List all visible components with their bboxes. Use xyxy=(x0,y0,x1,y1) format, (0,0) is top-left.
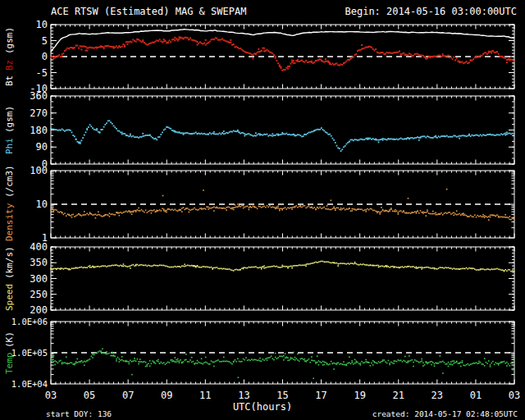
x-tick-label: 23 xyxy=(431,390,443,401)
y-tick-label: 180 xyxy=(30,125,48,136)
y-tick-label: 1.0E+06 xyxy=(11,317,48,326)
x-tick-label: 19 xyxy=(354,390,365,401)
series-speed xyxy=(50,261,514,272)
x-tick-label: 09 xyxy=(161,390,172,401)
x-tick-label: 05 xyxy=(84,390,95,401)
y-tick-label: 350 xyxy=(30,257,48,268)
y-tick-label: 5 xyxy=(42,35,48,47)
y-tick-label: 200 xyxy=(30,304,48,316)
y-tick-label: 1.0E+04 xyxy=(11,379,48,389)
series-bt xyxy=(51,30,514,52)
panel-phi: 360270180900 xyxy=(30,90,514,170)
x-tick-label: 01 xyxy=(470,390,482,401)
panel-mag: 1050-5-10 xyxy=(30,19,514,94)
y-tick-label: 360 xyxy=(30,90,48,102)
y-tick-label: 10 xyxy=(36,19,48,30)
y-tick-label: 100 xyxy=(30,165,48,176)
x-tick-label: 13 xyxy=(238,390,249,401)
x-tick-label: 07 xyxy=(122,390,134,401)
y-tick-label: -5 xyxy=(36,67,48,79)
y-tick-label: 0 xyxy=(42,51,48,62)
start-doy-label: start DOY: 136 xyxy=(46,409,112,418)
y-tick-label: 250 xyxy=(30,289,48,300)
y-tick-label: 400 xyxy=(30,241,48,253)
x-axis-tick-labels: 03050709111315171921230103 xyxy=(45,390,520,401)
y-tick-label: 90 xyxy=(36,141,48,153)
x-tick-label: 15 xyxy=(276,390,288,401)
y-tick-label: 1.0E+05 xyxy=(11,348,48,358)
x-tick-label: 17 xyxy=(315,390,326,401)
x-tick-label: 03 xyxy=(45,390,57,401)
series-phi xyxy=(50,120,514,152)
panel-temp: 1.0E+061.0E+051.0E+04 xyxy=(11,317,514,389)
y-tick-label: 270 xyxy=(30,107,48,119)
panel-speed: 400350300250200 xyxy=(30,241,514,316)
plot-area: 1050-5-103602701809001001014003503002502… xyxy=(0,0,525,420)
series-bz xyxy=(50,36,514,71)
x-tick-label: 11 xyxy=(199,390,211,401)
created-timestamp: created: 2014-05-17 02:48:05UTC xyxy=(372,409,518,418)
x-tick-label: 03 xyxy=(509,390,520,401)
y-tick-label: 300 xyxy=(30,273,48,285)
x-tick-label: 21 xyxy=(393,390,404,401)
y-tick-label: 10 xyxy=(36,199,48,210)
panel-density: 100101 xyxy=(30,165,514,244)
